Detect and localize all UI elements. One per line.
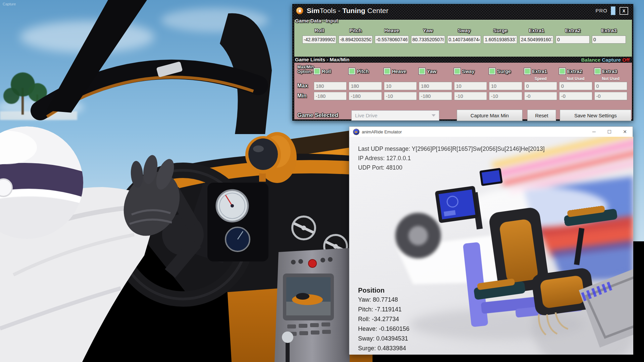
extra1-checkbox-label: Extra1 [532, 69, 547, 74]
extra3-checkbox-label: Extra3 [602, 69, 617, 74]
position-heave: Heave: -0.1660156 [358, 324, 409, 334]
balance-capture-status: Balance Capture Off [581, 57, 630, 63]
position-heading: Position [358, 286, 409, 295]
surge-min-input[interactable] [489, 92, 522, 100]
position-sway: Sway: 0.04394531 [358, 334, 409, 344]
simtools-app-icon [296, 7, 303, 14]
sway-checkbox[interactable] [454, 68, 460, 74]
yaw-input-value[interactable] [411, 36, 445, 44]
maximize-button[interactable]: ☐ [602, 127, 617, 137]
capture-max-min-button[interactable]: Capture Max Min [457, 110, 523, 121]
close-window-button[interactable]: ✕ [617, 127, 633, 137]
capture-watermark: Capture [3, 2, 16, 6]
close-button[interactable]: X [620, 7, 628, 15]
heave-input-value[interactable] [375, 36, 409, 44]
extra1-min-input[interactable] [524, 92, 557, 100]
capture-label: Capture [602, 57, 621, 63]
max-values-row [314, 82, 627, 90]
simtools-titlebar[interactable]: SimTools - Tuning Center PRO X [293, 4, 633, 17]
yaw-min-input[interactable] [419, 92, 452, 100]
pitch-checkbox[interactable] [349, 68, 355, 74]
extra1-note: Speed [524, 76, 557, 81]
screen: Capture SimTools - Tuning Center PRO X G… [0, 0, 644, 362]
roll-max-input[interactable] [314, 82, 347, 90]
sway-input-value[interactable] [447, 36, 481, 44]
surge-max-input[interactable] [489, 82, 522, 90]
heave-max-input[interactable] [384, 82, 417, 90]
surge-checkbox-label: Surge [497, 69, 511, 74]
column-header: Heave [375, 27, 409, 33]
animaride-titlebar[interactable]: animARide Emulator ─ ☐ ✕ [349, 127, 633, 137]
yaw-checkbox-label: Yaw [427, 69, 436, 74]
yaw-checkbox[interactable] [419, 68, 425, 74]
extra2-note: Not Used [559, 76, 592, 81]
pro-indicator [611, 6, 615, 15]
extra3-checkbox[interactable] [594, 68, 601, 74]
ip-address-line: IP Adress: 127.0.0.1 [358, 154, 545, 163]
game-selected-value: Live Drive [355, 113, 378, 118]
extra3-min-input[interactable] [594, 92, 627, 100]
animaride-app-icon [353, 129, 359, 135]
sway-checkbox-label: Sway [462, 69, 475, 74]
roll-checkbox[interactable] [314, 68, 320, 74]
extra1-input-value[interactable] [519, 36, 553, 44]
position-roll: Roll: -34.27734 [358, 314, 409, 324]
column-header: Yaw [411, 27, 445, 33]
column-header: Roll [302, 27, 336, 33]
extra2-min-input[interactable] [559, 92, 592, 100]
heave-checkbox[interactable] [384, 68, 390, 74]
animaride-window-title: animARide Emulator [362, 129, 402, 134]
position-surge: Surge: 0.4833984 [358, 344, 409, 353]
pro-label: PRO [595, 8, 607, 13]
minimize-button[interactable]: ─ [586, 127, 602, 137]
chevron-down-icon [432, 114, 436, 117]
column-header: Extra1 [519, 27, 553, 33]
column-header: Extra3 [592, 27, 626, 33]
game-selected-label: Game Selected [297, 112, 338, 119]
save-new-settings-button[interactable]: Save New Settings [560, 110, 631, 121]
roll-checkbox-label: Roll [322, 69, 331, 74]
balance-label: Balance [581, 57, 601, 63]
reset-button[interactable]: Reset [527, 110, 556, 121]
pitch-input-value[interactable] [339, 36, 373, 44]
surge-checkbox[interactable] [489, 68, 495, 74]
extra2-checkbox[interactable] [559, 68, 565, 74]
max-row-label: Max [297, 83, 308, 89]
min-row-label: Min [297, 93, 307, 99]
extra3-max-input[interactable] [594, 82, 627, 90]
roll-min-input[interactable] [314, 92, 347, 100]
pitch-min-input[interactable] [349, 92, 382, 100]
extra1-checkbox[interactable] [524, 68, 531, 74]
game-selected-dropdown[interactable]: Live Drive [351, 110, 439, 121]
udp-info-block: Last UDP message: Y[2966]P[1966]R[1657]S… [358, 144, 545, 172]
extra3-input-value[interactable] [592, 36, 626, 44]
position-block: Position Yaw: 80.77148 Pitch: -7.119141 … [358, 286, 409, 353]
sway-min-input[interactable] [454, 92, 487, 100]
position-pitch: Pitch: -7.119141 [358, 305, 409, 314]
heave-min-input[interactable] [384, 92, 417, 100]
maxmin-option-label: Max/Min Option - [297, 65, 314, 74]
game-data-headers: Roll Pitch Heave Yaw Sway Surge Extra1 E… [302, 27, 626, 33]
simtools-window-title: SimTools - Tuning Center [307, 7, 389, 15]
game-data-values [302, 36, 626, 44]
roll-input-value[interactable] [302, 36, 336, 44]
column-header: Surge [483, 27, 517, 33]
yaw-max-input[interactable] [419, 82, 452, 90]
extra1-max-input[interactable] [524, 82, 557, 90]
game-data-panel: Roll Pitch Heave Yaw Sway Surge Extra1 E… [294, 20, 632, 57]
extra2-input-value[interactable] [556, 36, 590, 44]
heave-checkbox-label: Heave [392, 69, 406, 74]
column-header: Sway [447, 27, 481, 33]
animaride-body: Last UDP message: Y[2966]P[1966]R[1657]S… [349, 137, 633, 355]
column-header: Extra2 [556, 27, 590, 33]
extra2-max-input[interactable] [559, 82, 592, 90]
axis-note-row: Speed Not Used Not Used [314, 76, 627, 81]
extra3-note: Not Used [594, 76, 627, 81]
surge-input-value[interactable] [483, 36, 517, 44]
game-limits-section-label: Game Limits - Max/Min [295, 57, 350, 62]
pitch-max-input[interactable] [349, 82, 382, 90]
column-header: Pitch [339, 27, 373, 33]
sway-max-input[interactable] [454, 82, 487, 90]
min-values-row [314, 92, 627, 100]
off-label: Off [622, 57, 630, 63]
